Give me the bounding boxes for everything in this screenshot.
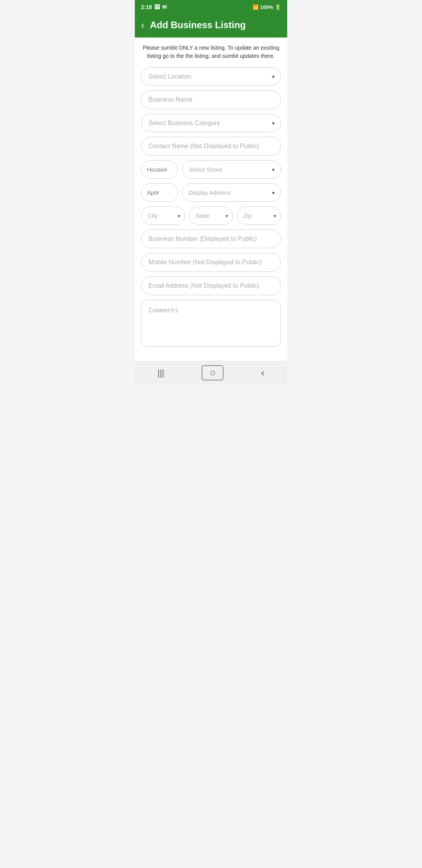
select-street-dropdown[interactable]: Select Street — [182, 160, 281, 179]
back-button[interactable]: ‹ — [141, 20, 145, 30]
comments-input[interactable] — [141, 300, 281, 347]
status-bar: 2:18 🖼 ✉ 📶 100% 🔋 — [135, 0, 287, 14]
battery-icon: 🔋 — [275, 4, 281, 10]
home-button[interactable]: ○ — [202, 365, 224, 380]
zip-wrapper[interactable]: Zip ▾ — [237, 206, 281, 225]
select-location-dropdown[interactable]: Select Location — [141, 67, 281, 86]
mobile-number-group — [141, 253, 281, 272]
image-icon: 🖼 — [154, 4, 160, 10]
bottom-nav: ||| ○ ‹ — [135, 361, 287, 384]
business-name-input[interactable] — [141, 90, 281, 109]
email-address-group — [141, 276, 281, 295]
select-location-wrapper[interactable]: Select Location ▾ — [141, 67, 281, 86]
select-street-wrapper[interactable]: Select Street ▾ — [182, 160, 281, 179]
battery-text: 100% — [260, 4, 273, 10]
business-number-input[interactable] — [141, 230, 281, 248]
select-category-wrapper[interactable]: Select Business Category ▾ — [141, 114, 281, 132]
display-address-wrapper[interactable]: Display Address ▾ — [182, 183, 281, 202]
page-title: Add Business Listing — [150, 20, 246, 30]
house-street-row: Select Street ▾ — [141, 160, 281, 179]
wifi-icon: 📶 — [252, 4, 259, 10]
contact-name-group — [141, 137, 281, 156]
menu-button[interactable]: ||| — [150, 366, 172, 380]
select-category-dropdown[interactable]: Select Business Category — [141, 114, 281, 132]
city-state-zip-row: City ▾ State ▾ Zip ▾ — [141, 206, 281, 225]
status-left: 2:18 🖼 ✉ — [141, 4, 167, 10]
city-dropdown[interactable]: City — [141, 206, 185, 225]
info-text: Please sumbit ONLY a new listing. To upd… — [141, 44, 281, 60]
city-wrapper[interactable]: City ▾ — [141, 206, 185, 225]
email-address-input[interactable] — [141, 276, 281, 295]
business-name-group — [141, 90, 281, 109]
header: ‹ Add Business Listing — [135, 14, 287, 38]
apt-number-input[interactable] — [141, 183, 178, 202]
select-category-group: Select Business Category ▾ — [141, 114, 281, 132]
select-location-group: Select Location ▾ — [141, 67, 281, 86]
business-number-group — [141, 230, 281, 248]
house-number-input[interactable] — [141, 160, 178, 179]
back-nav-button[interactable]: ‹ — [253, 365, 272, 380]
apt-address-row: Display Address ▾ — [141, 183, 281, 202]
form-content: Please sumbit ONLY a new listing. To upd… — [135, 38, 287, 361]
comments-group — [141, 300, 281, 348]
status-right: 📶 100% 🔋 — [252, 4, 281, 10]
mail-icon: ✉ — [162, 4, 167, 10]
contact-name-input[interactable] — [141, 137, 281, 156]
state-dropdown[interactable]: State — [189, 206, 233, 225]
mobile-number-input[interactable] — [141, 253, 281, 272]
status-time: 2:18 — [141, 4, 152, 10]
state-wrapper[interactable]: State ▾ — [189, 206, 233, 225]
zip-dropdown[interactable]: Zip — [237, 206, 281, 225]
display-address-dropdown[interactable]: Display Address — [182, 183, 281, 202]
